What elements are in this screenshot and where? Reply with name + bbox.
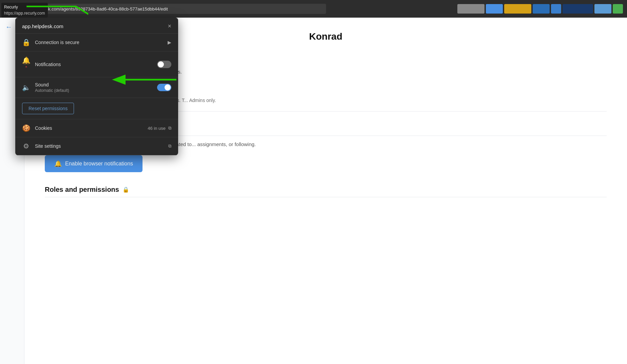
bell-icon: 🔔✕ bbox=[22, 56, 30, 72]
tab-item[interactable] bbox=[563, 4, 593, 14]
roles-lock-icon: 🔒 bbox=[122, 186, 129, 193]
sound-toggle-container[interactable] bbox=[157, 84, 171, 91]
reset-permissions-button[interactable]: Reset permissions bbox=[22, 103, 74, 114]
sound-toggle[interactable] bbox=[157, 84, 171, 91]
notifications-label: Notifications bbox=[35, 62, 152, 67]
chevron-right-icon: ▶ bbox=[168, 40, 171, 45]
cookies-row[interactable]: 🍪 Cookies 46 in use ⧉ bbox=[15, 119, 178, 137]
toggle-knob bbox=[158, 61, 164, 67]
roles-heading: Roles and permissions 🔒 bbox=[45, 186, 607, 194]
popup-title: app.helpdesk.com bbox=[22, 23, 63, 29]
tooltip-title: Recurly bbox=[4, 4, 45, 10]
tooltip-url: https://app.recurly.com bbox=[4, 10, 45, 16]
tab-item[interactable] bbox=[594, 4, 611, 14]
external-link-icon: ⧉ bbox=[168, 125, 171, 131]
tab-item[interactable] bbox=[504, 4, 531, 14]
cookies-icon: 🍪 bbox=[22, 124, 30, 132]
section-divider-3 bbox=[45, 197, 607, 197]
notifications-toggle[interactable] bbox=[157, 61, 171, 68]
connection-label: Connection is secure bbox=[35, 40, 163, 45]
external-link-icon: ⧉ bbox=[168, 143, 171, 149]
browser-url[interactable]: app.helpdesk.com/agents/8928734b-8ad6-40… bbox=[21, 4, 326, 14]
cookies-label: Cookies bbox=[35, 125, 143, 131]
bell-icon: 🔔 bbox=[54, 160, 62, 167]
toggle-knob bbox=[165, 84, 171, 90]
site-settings-label: Site settings bbox=[35, 143, 164, 149]
tab-item[interactable] bbox=[486, 4, 503, 14]
notifications-toggle-container[interactable] bbox=[157, 61, 171, 68]
sound-row: 🔈 Sound Automatic (default) bbox=[15, 77, 178, 98]
lock-icon: 🔒 bbox=[22, 38, 30, 46]
connection-row[interactable]: 🔒 Connection is secure ▶ bbox=[15, 34, 178, 52]
notifications-row: 🔔✕ Notifications bbox=[15, 52, 178, 77]
tab-item[interactable] bbox=[551, 4, 561, 14]
browser-bar: ↻ 🔒 app.helpdesk.com/agents/8928734b-8ad… bbox=[0, 0, 627, 18]
site-permissions-popup: app.helpdesk.com × 🔒 Connection is secur… bbox=[15, 18, 178, 155]
sound-label: Sound bbox=[35, 82, 152, 87]
browser-tooltip: Recurly https://app.recurly.com bbox=[1, 3, 48, 18]
site-settings-external: ⧉ bbox=[168, 143, 171, 149]
popup-close-button[interactable]: × bbox=[168, 23, 171, 29]
enable-browser-notifications-button[interactable]: 🔔 Enable browser notifications bbox=[45, 155, 142, 172]
tab-item[interactable] bbox=[533, 4, 550, 14]
gear-icon: ⚙ bbox=[22, 142, 30, 150]
site-settings-row[interactable]: ⚙ Site settings ⧉ bbox=[15, 137, 178, 155]
popup-header: app.helpdesk.com × bbox=[15, 18, 178, 34]
cookies-count: 46 in use ⧉ bbox=[148, 125, 171, 131]
tab-item[interactable] bbox=[613, 4, 623, 14]
sound-icon: 🔈 bbox=[22, 83, 30, 92]
tab-item[interactable] bbox=[457, 4, 484, 14]
tab-bar bbox=[457, 4, 623, 14]
sound-sub: Automatic (default) bbox=[35, 88, 152, 93]
